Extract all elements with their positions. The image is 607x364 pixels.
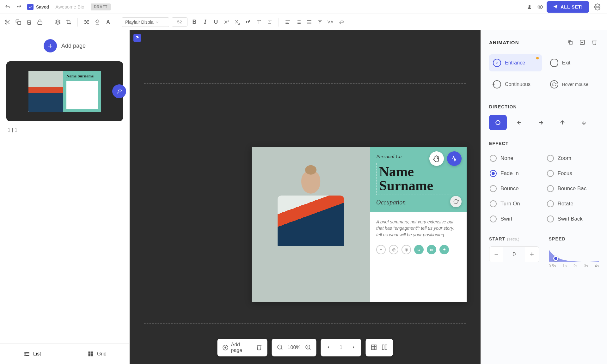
effect-bounce-back[interactable]: Bounce Bac bbox=[546, 182, 599, 195]
bottom-add-page-button[interactable]: Add page bbox=[223, 342, 252, 353]
zoom-in-button[interactable] bbox=[305, 344, 311, 351]
start-decrement-button[interactable]: − bbox=[489, 247, 503, 262]
delete-animation-button[interactable] bbox=[590, 38, 599, 47]
prev-page-button[interactable] bbox=[326, 345, 331, 351]
letter-spacing-button[interactable]: VA bbox=[326, 18, 335, 27]
social-icon-generic2[interactable]: ◉ bbox=[402, 245, 411, 254]
layers-button[interactable] bbox=[53, 18, 62, 27]
direction-up-button[interactable] bbox=[554, 115, 571, 130]
text-color-button[interactable]: A bbox=[104, 18, 113, 27]
copy-button[interactable] bbox=[14, 18, 23, 27]
animation-type-hover[interactable]: Hover mouse bbox=[546, 76, 599, 93]
animation-type-entrance[interactable]: Entrance bbox=[489, 54, 542, 71]
card-description-text[interactable]: A brief summary, not very extensive but … bbox=[376, 219, 460, 238]
speed-slider[interactable]: 0.5s 1s 2s 3s 4s bbox=[549, 246, 599, 267]
next-page-button[interactable] bbox=[351, 345, 356, 351]
svg-marker-56 bbox=[328, 346, 329, 349]
list-button[interactable] bbox=[294, 18, 303, 27]
view-list-button[interactable]: List bbox=[0, 344, 65, 364]
start-increment-button[interactable]: + bbox=[525, 247, 539, 262]
plus-icon: + bbox=[44, 39, 57, 52]
card-name-text[interactable]: Name Surname bbox=[376, 163, 460, 195]
transparency-button[interactable] bbox=[82, 18, 91, 27]
svg-point-4 bbox=[5, 23, 7, 24]
redo-button[interactable] bbox=[15, 3, 23, 11]
crop-button[interactable] bbox=[64, 18, 73, 27]
hover-icon bbox=[550, 80, 558, 88]
italic-button[interactable]: I bbox=[201, 18, 210, 27]
share-user-button[interactable] bbox=[525, 3, 534, 11]
effect-turn-on[interactable]: Turn On bbox=[489, 197, 542, 210]
svg-rect-66 bbox=[569, 41, 572, 44]
bottom-delete-button[interactable] bbox=[256, 344, 262, 351]
undo-button[interactable] bbox=[3, 3, 12, 11]
superscript-button[interactable]: X2 bbox=[222, 18, 231, 27]
pin-icon[interactable] bbox=[133, 34, 141, 42]
twitter-icon[interactable]: ✦ bbox=[439, 245, 449, 254]
svg-rect-43 bbox=[91, 352, 93, 354]
text-size-button[interactable] bbox=[254, 18, 263, 27]
highlight-button[interactable] bbox=[244, 18, 253, 27]
view-grid-label: Grid bbox=[97, 351, 107, 357]
rotate-handle[interactable] bbox=[450, 196, 462, 207]
preview-button[interactable] bbox=[536, 3, 545, 11]
delete-button[interactable] bbox=[25, 18, 34, 27]
grid-toggle-button[interactable] bbox=[371, 344, 377, 351]
settings-button[interactable] bbox=[591, 1, 604, 13]
apply-all-button[interactable] bbox=[578, 38, 587, 47]
font-family-select[interactable]: Playfair Displa bbox=[122, 17, 169, 27]
zoom-out-button[interactable] bbox=[277, 344, 283, 351]
effect-none[interactable]: None bbox=[489, 152, 542, 165]
effect-rotate[interactable]: Rotate bbox=[546, 197, 599, 210]
effect-fade-in[interactable]: Fade In bbox=[489, 167, 542, 180]
page-number-input[interactable] bbox=[335, 345, 347, 350]
card-occupation-text[interactable]: Occupation bbox=[376, 199, 460, 206]
speed-handle[interactable] bbox=[553, 256, 558, 261]
social-icon-generic1[interactable]: ◎ bbox=[389, 245, 398, 254]
effect-focus[interactable]: Focus bbox=[546, 167, 599, 180]
effect-bounce[interactable]: Bounce bbox=[489, 182, 542, 195]
animation-type-exit[interactable]: Exit bbox=[546, 54, 599, 71]
all-set-button[interactable]: ALL SET! bbox=[547, 1, 589, 13]
effect-swirl[interactable]: Swirl bbox=[489, 212, 542, 226]
clear-format-button[interactable] bbox=[265, 18, 274, 27]
card-photo[interactable] bbox=[252, 147, 370, 302]
effect-swirl-back[interactable]: Swirl Back bbox=[546, 212, 599, 226]
view-grid-button[interactable]: Grid bbox=[65, 344, 130, 364]
view-toggle: List Grid bbox=[0, 343, 129, 364]
subscript-button[interactable]: X2 bbox=[233, 18, 242, 27]
line-height-button[interactable] bbox=[305, 18, 314, 27]
effect-zoom[interactable]: Zoom bbox=[546, 152, 599, 165]
direction-center-button[interactable] bbox=[489, 115, 507, 130]
instagram-icon[interactable]: ◘ bbox=[414, 245, 424, 254]
page-thumbnail[interactable]: Name Surname bbox=[6, 61, 123, 121]
page-magic-button[interactable] bbox=[112, 84, 126, 98]
align-left-button[interactable] bbox=[283, 18, 292, 27]
animation-type-continuous[interactable]: Continuous bbox=[489, 76, 542, 93]
font-size-input[interactable] bbox=[172, 17, 187, 27]
add-page-button[interactable]: + Add page bbox=[0, 30, 129, 61]
drag-handle[interactable] bbox=[429, 151, 444, 166]
linkedin-icon[interactable]: in bbox=[427, 245, 436, 254]
bottom-add-page-label: Add page bbox=[231, 342, 252, 353]
animation-handle[interactable] bbox=[447, 151, 462, 166]
bold-button[interactable]: B bbox=[190, 18, 199, 27]
copy-animation-button[interactable] bbox=[566, 38, 575, 47]
vertical-align-button[interactable] bbox=[316, 18, 324, 27]
direction-left-button[interactable] bbox=[511, 115, 528, 130]
svg-rect-14 bbox=[84, 23, 86, 24]
lock-button[interactable] bbox=[35, 18, 44, 27]
text-direction-button[interactable] bbox=[337, 18, 346, 27]
direction-right-button[interactable] bbox=[532, 115, 550, 130]
cut-button[interactable] bbox=[3, 18, 12, 27]
fullscreen-button[interactable] bbox=[382, 344, 388, 351]
document-name[interactable]: Awesome Bio bbox=[53, 3, 87, 11]
canvas[interactable]: Personal Ca Name Surname Occupation A br… bbox=[130, 30, 481, 364]
pages-panel: + Add page Name Surname 1 | 1 bbox=[0, 30, 130, 364]
add-social-icon[interactable]: + bbox=[376, 245, 386, 254]
color-button[interactable] bbox=[93, 18, 102, 27]
svg-rect-8 bbox=[18, 21, 21, 24]
underline-button[interactable]: U bbox=[212, 18, 220, 27]
direction-down-button[interactable] bbox=[575, 115, 593, 130]
bio-card[interactable]: Personal Ca Name Surname Occupation A br… bbox=[252, 147, 467, 302]
